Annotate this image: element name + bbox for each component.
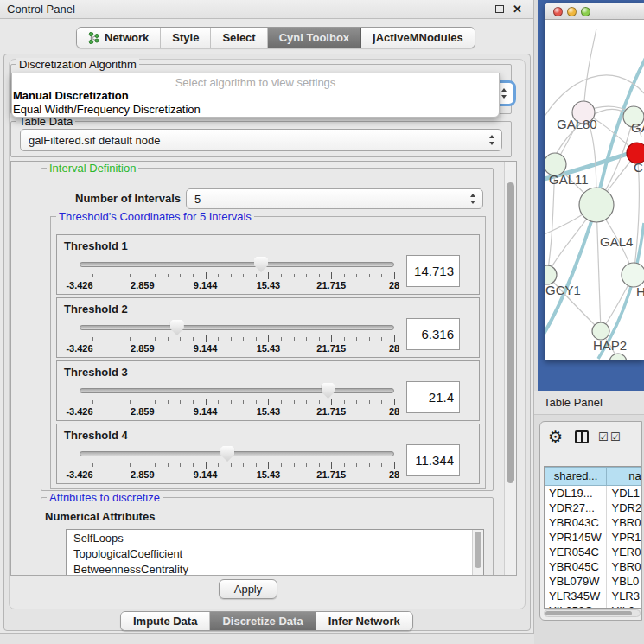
- slider-thumb[interactable]: [322, 383, 335, 399]
- cell[interactable]: YLR3: [607, 589, 642, 603]
- list-scrollbar[interactable]: [472, 530, 483, 576]
- threshold-2-slider[interactable]: -3.426 2.859 9.144 15.43 21.715 28: [80, 319, 394, 357]
- zoom-traffic-light-icon[interactable]: [581, 7, 590, 16]
- table-row[interactable]: YDR27...YDR2: [545, 501, 642, 515]
- cell[interactable]: YBL0: [607, 574, 642, 589]
- cell[interactable]: YPR1: [607, 530, 642, 545]
- tab-infer-network-label: Infer Network: [328, 615, 400, 628]
- table-horizontal-scrollbar[interactable]: [544, 609, 641, 617]
- node-hap2[interactable]: [592, 322, 609, 340]
- scale-label: -3.426: [66, 469, 92, 480]
- threshold-2-value-field[interactable]: [406, 318, 460, 350]
- dropdown-option-manual[interactable]: Manual Discretization: [13, 89, 129, 102]
- column-header-name[interactable]: na: [607, 467, 642, 486]
- right-region: GAL80 GA C GAL11 GAL4 GCY1 H HAP2 Table …: [534, 0, 644, 644]
- network-nodes[interactable]: [545, 101, 644, 360]
- cell[interactable]: YBL079W: [545, 574, 607, 589]
- settings-scroll-area: Interval Definition Number of Intervals …: [10, 161, 517, 576]
- table-row[interactable]: YBL079WYBL0: [545, 574, 642, 589]
- table-row[interactable]: YLR345WYLR3: [545, 589, 642, 603]
- checkbox-icon[interactable]: ☑: [610, 430, 621, 443]
- network-icon: [88, 32, 99, 44]
- list-item[interactable]: BetweennessCentrality: [67, 561, 483, 576]
- settings-scrollbar[interactable]: [504, 162, 516, 575]
- gear-icon[interactable]: ⚙: [548, 427, 563, 447]
- slider-thumb[interactable]: [170, 320, 184, 335]
- control-panel: Control Panel ✕ Network Style Select Cyn…: [0, 0, 534, 634]
- float-window-icon[interactable]: [495, 5, 504, 13]
- cell[interactable]: YIL052C: [545, 603, 607, 608]
- tab-discretize-data[interactable]: Discretize Data: [210, 612, 316, 630]
- node-h[interactable]: [622, 263, 644, 287]
- cell[interactable]: YIL0: [607, 603, 642, 608]
- apply-button[interactable]: Apply: [219, 579, 277, 599]
- tab-cyni-toolbox-label: Cyni Toolbox: [279, 31, 349, 44]
- scale-label: 15.43: [257, 469, 281, 480]
- checkbox-icon[interactable]: ☑: [598, 430, 609, 443]
- node-gal4[interactable]: [579, 188, 614, 222]
- scale-label: 2.859: [131, 343, 155, 354]
- node-label-partial-c: C: [634, 160, 643, 175]
- scrollbar-thumb[interactable]: [545, 611, 632, 615]
- cell[interactable]: YBR0: [607, 559, 642, 574]
- split-columns-icon[interactable]: [575, 430, 589, 443]
- tab-style[interactable]: Style: [161, 28, 211, 48]
- slider-track[interactable]: [80, 325, 394, 330]
- tab-select[interactable]: Select: [211, 28, 267, 48]
- tab-impute-data[interactable]: Impute Data: [121, 612, 210, 630]
- threshold-1-slider[interactable]: -3.426 2.859 9.144 15.43 21.715 28: [80, 256, 394, 294]
- slider-track[interactable]: [80, 388, 394, 393]
- cell[interactable]: YDL1: [607, 486, 642, 501]
- attributes-group-label: Attributes to discretize: [47, 491, 163, 504]
- table-row[interactable]: YPR145WYPR1: [545, 530, 642, 545]
- table-row[interactable]: YBR045CYBR0: [545, 559, 642, 574]
- close-traffic-light-icon[interactable]: [553, 7, 563, 16]
- threshold-2-row: Threshold 2 -3.426 2.859 9.144 15.43 21.…: [56, 297, 480, 358]
- node-partial-bottom[interactable]: [609, 354, 627, 360]
- thresholds-group: Threshold's Coordinates for 5 Intervals …: [50, 216, 486, 489]
- tab-infer-network[interactable]: Infer Network: [316, 612, 412, 630]
- number-of-intervals-combobox[interactable]: 5: [186, 188, 483, 209]
- cell[interactable]: YPR145W: [545, 530, 607, 545]
- table-data-combobox[interactable]: galFiltered.sif default node: [20, 129, 502, 151]
- slider-thumb[interactable]: [254, 257, 268, 272]
- table-row[interactable]: YBR043CYBR0: [545, 515, 642, 530]
- cell[interactable]: YBR043C: [545, 515, 607, 530]
- cell[interactable]: YER054C: [545, 545, 607, 559]
- dropdown-option-equal-width[interactable]: Equal Width/Frequency Discretization: [13, 103, 201, 116]
- cell[interactable]: YBR045C: [545, 559, 607, 574]
- cell[interactable]: YDR27...: [545, 501, 607, 515]
- tab-jactivemnodules[interactable]: jActiveMNodules: [361, 28, 475, 48]
- cell[interactable]: YER0: [607, 545, 642, 559]
- scrollbar-thumb[interactable]: [475, 532, 481, 568]
- threshold-4-value-field[interactable]: [406, 444, 460, 476]
- threshold-1-value-field[interactable]: [406, 255, 460, 287]
- scrollbar-thumb[interactable]: [507, 182, 514, 483]
- tab-network[interactable]: Network: [77, 28, 161, 48]
- cell[interactable]: YBR0: [607, 515, 642, 530]
- close-icon[interactable]: ✕: [513, 3, 522, 16]
- tab-cyni-toolbox[interactable]: Cyni Toolbox: [268, 28, 361, 48]
- scale-label: 9.144: [194, 280, 218, 290]
- list-item[interactable]: TopologicalCoefficient: [67, 545, 483, 561]
- table-row[interactable]: YIL052CYIL0: [545, 603, 642, 608]
- node-gcy1[interactable]: [545, 265, 557, 284]
- slider-track[interactable]: [80, 451, 394, 456]
- cell[interactable]: YDR2: [607, 501, 642, 515]
- cell[interactable]: YLR345W: [545, 589, 607, 603]
- network-canvas[interactable]: GAL80 GA C GAL11 GAL4 GCY1 H HAP2: [545, 20, 644, 360]
- cell[interactable]: YDL19...: [545, 486, 607, 501]
- threshold-3-slider[interactable]: -3.426 2.859 9.144 15.43 21.715 28: [80, 382, 394, 420]
- minimize-traffic-light-icon[interactable]: [567, 7, 577, 16]
- tab-network-label: Network: [105, 31, 149, 44]
- numerical-attributes-list[interactable]: SelfLoops TopologicalCoefficient Between…: [66, 529, 484, 576]
- list-item[interactable]: SelfLoops: [67, 530, 483, 545]
- threshold-4-slider[interactable]: -3.426 2.859 9.144 15.43 21.715 28: [80, 445, 394, 483]
- threshold-3-value-field[interactable]: [406, 381, 460, 413]
- slider-track[interactable]: [80, 262, 394, 267]
- table-row[interactable]: YDL19...YDL1: [545, 486, 642, 501]
- slider-thumb[interactable]: [220, 446, 234, 462]
- column-header-shared-name[interactable]: shared...: [545, 467, 607, 486]
- table-header-row: shared... na: [545, 467, 642, 486]
- table-row[interactable]: YER054CYER0: [545, 545, 642, 559]
